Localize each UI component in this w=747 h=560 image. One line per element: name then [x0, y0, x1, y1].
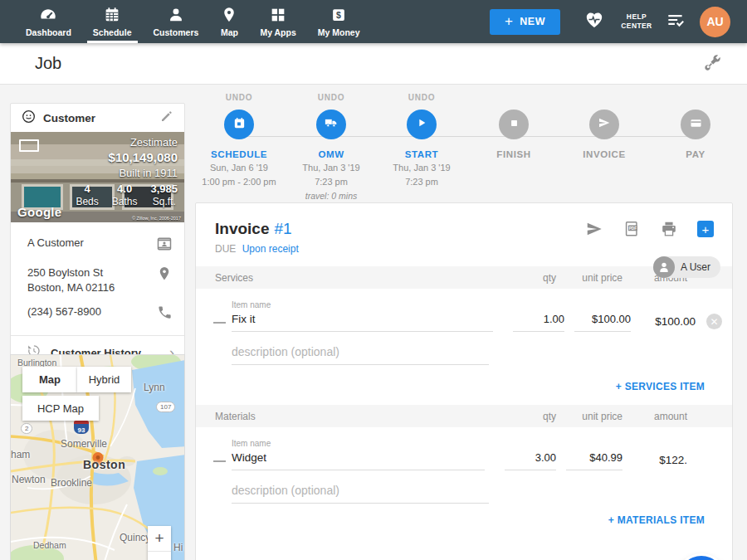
new-button[interactable]: + NEW: [490, 9, 560, 35]
nav-item-my-apps[interactable]: My Apps: [249, 0, 306, 43]
step-time: 7:23 pm: [368, 176, 476, 187]
map-type-button-hybrid[interactable]: Hybrid: [77, 367, 131, 392]
send-invoice-icon[interactable]: [585, 220, 603, 238]
hcp-map-button[interactable]: HCP Map: [22, 396, 99, 421]
edit-pencil-icon[interactable]: [159, 109, 174, 127]
qty-input[interactable]: [513, 311, 564, 332]
sqft-value: 3,985: [150, 183, 178, 195]
service-line-item: $100.00 ✕: [196, 309, 732, 332]
page-title: Job: [35, 54, 61, 73]
step-date: Thu, Jan 3 '19: [368, 162, 476, 173]
map-type-button-map[interactable]: Map: [22, 367, 77, 392]
play-icon: [415, 116, 428, 133]
money-icon: $: [330, 6, 348, 24]
baths-value: 4.0: [112, 183, 138, 195]
schedule-step-button[interactable]: [224, 110, 254, 139]
nav-item-schedule[interactable]: Schedule: [82, 0, 143, 43]
qty-input[interactable]: [505, 450, 556, 470]
item-name-input[interactable]: [232, 311, 493, 332]
stat-beds: 4 Beds: [76, 183, 98, 207]
credit-card-icon: [689, 116, 703, 134]
map-city-label: ham: [11, 449, 30, 460]
add-services-row: + SERVICES ITEM: [196, 365, 732, 398]
task-list-icon[interactable]: [665, 9, 686, 34]
services-section-header: Services qty unit price amount: [196, 266, 732, 289]
section-title: Materials: [215, 411, 505, 422]
omw-step-button[interactable]: [316, 110, 346, 139]
schedule-icon: [103, 6, 121, 24]
add-invoice-item-button[interactable]: +: [697, 221, 714, 237]
customer-info: A Customer 250 Boylston StBoston, MA 021…: [11, 222, 184, 369]
nav-item-customers[interactable]: Customers: [143, 0, 210, 43]
user-avatar[interactable]: AU: [700, 7, 730, 37]
send-icon: [598, 116, 611, 133]
item-name-label: Item name: [196, 289, 732, 309]
invoice-number[interactable]: #1: [274, 220, 291, 237]
finish-step-button[interactable]: [499, 110, 529, 139]
plus-icon: +: [505, 13, 513, 30]
drag-handle-icon[interactable]: [213, 318, 232, 326]
nav-item-my-money[interactable]: $ My Money: [307, 0, 371, 43]
zoom-out-button[interactable]: −: [148, 551, 171, 560]
customer-address-row: 250 Boylston StBoston, MA 02116: [11, 261, 184, 299]
print-icon[interactable]: [660, 220, 678, 238]
map-card[interactable]: Burlington Lynn Somerville Boston ham Ne…: [10, 354, 185, 560]
photo-frame-icon: [19, 139, 39, 152]
invoice-step-button[interactable]: [589, 110, 619, 139]
due-value-link[interactable]: Upon receipt: [242, 243, 299, 255]
new-button-label: NEW: [520, 16, 545, 27]
nav-label: My Apps: [260, 27, 295, 37]
unit-price-column-header: unit price: [566, 411, 622, 422]
description-input[interactable]: [232, 482, 489, 504]
nav-item-map[interactable]: Map: [209, 0, 249, 43]
add-materials-item-link[interactable]: + MATERIALS ITEM: [608, 514, 705, 526]
description-input[interactable]: [232, 343, 489, 365]
nav-label: My Money: [318, 27, 360, 37]
map-city-label: Hi: [173, 542, 183, 553]
address-line2: Boston, MA 02116: [27, 281, 115, 294]
stop-icon: [508, 117, 520, 133]
add-services-item-link[interactable]: + SERVICES ITEM: [616, 381, 705, 392]
add-materials-row: + MATERIALS ITEM: [196, 504, 732, 532]
materials-section-header: Materials qty unit price amount: [196, 405, 732, 427]
invoice-actions: PDF +: [585, 220, 714, 238]
health-heart-icon[interactable]: [583, 9, 605, 34]
nav-label: Map: [221, 27, 238, 37]
drag-handle-icon[interactable]: [213, 456, 232, 465]
unit-price-column-header: unit price: [566, 272, 622, 284]
zestimate-label: Zestimate: [76, 136, 178, 149]
timeline-step-pay: PAY: [642, 93, 747, 159]
item-name-input[interactable]: [232, 450, 485, 470]
route-badge-107: 107: [156, 402, 175, 412]
pay-step-button[interactable]: [681, 110, 710, 139]
help-center-button[interactable]: HELP CENTER: [618, 12, 655, 30]
street-view-photo[interactable]: Zestimate $10,149,080 Built in 1911 4 Be…: [11, 132, 184, 222]
start-step-button[interactable]: [407, 110, 437, 139]
customer-card-title: Customer: [43, 112, 159, 124]
home-stats: 4 Beds 4.0 Baths 3,985 Sq.ft.: [76, 183, 178, 207]
contact-card-icon[interactable]: [156, 236, 173, 256]
customer-phone: (234) 567-8900: [27, 304, 157, 319]
pdf-icon[interactable]: PDF: [622, 220, 641, 238]
map-city-label: Somerville: [61, 438, 107, 450]
calendar-icon: [232, 116, 247, 134]
delete-line-icon[interactable]: ✕: [706, 314, 722, 329]
content-area: Customer Zestimate $10,149,080 Built in …: [0, 85, 747, 560]
unit-price-input[interactable]: [566, 450, 622, 470]
google-logo: Google: [17, 205, 61, 219]
step-label: PAY: [642, 149, 747, 159]
job-settings-tools-icon[interactable]: [702, 52, 722, 75]
invoice-header: Invoice#1 DUE Upon receipt PDF +: [196, 203, 732, 255]
zoom-in-button[interactable]: +: [148, 526, 171, 551]
assigned-user-pill[interactable]: A User: [653, 256, 720, 278]
qty-column-header: qty: [505, 272, 556, 284]
nav-item-dashboard[interactable]: Dashboard: [15, 0, 82, 43]
location-pin-icon[interactable]: [156, 265, 173, 285]
unit-price-input[interactable]: [574, 311, 631, 332]
phone-icon[interactable]: [157, 304, 173, 324]
invoice-card: Invoice#1 DUE Upon receipt PDF + A User …: [195, 202, 733, 560]
beds-label: Beds: [76, 196, 98, 207]
truck-icon: [324, 115, 339, 134]
user-avatar-icon: [653, 256, 675, 278]
built-year: Built in 1911: [76, 167, 178, 179]
